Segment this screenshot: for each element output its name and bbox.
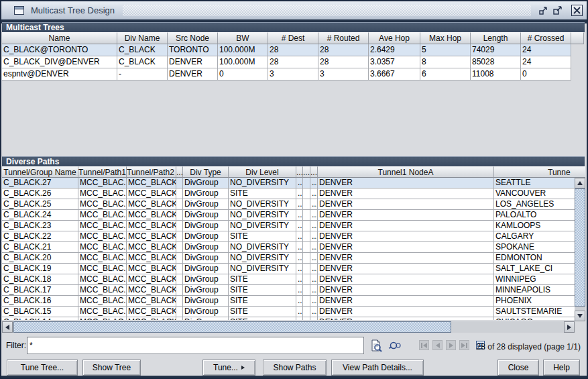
cell: DivGroup: [183, 242, 229, 253]
cell: NO_DIVERSITY: [229, 210, 296, 221]
cell: NO_DIVERSITY: [229, 178, 296, 188]
table-row[interactable]: C_BLACK_DIV@DENVERC_BLACKDENVER100.000M2…: [2, 56, 584, 68]
cell: 100.000M: [218, 44, 268, 56]
cell: MCC_BLACK...: [127, 231, 176, 242]
cell: MINNEAPOLIS: [494, 285, 575, 296]
view-path-details-button[interactable]: View Path Details...: [331, 360, 424, 376]
cell: DENVER: [318, 274, 494, 285]
cell: MCC_BLAC...: [78, 253, 127, 264]
table-row[interactable]: C_BLACK.24MCC_BLAC...MCC_BLACK...DivGrou…: [2, 210, 575, 221]
cell: DivGroup: [183, 253, 229, 264]
vertical-scrollbar[interactable]: [575, 178, 585, 321]
column-header[interactable]: Max Hop: [420, 32, 471, 44]
cell: -: [117, 68, 168, 80]
magnifier-icon[interactable]: [388, 339, 401, 353]
column-header[interactable]: Tunnel/Path2 ...: [127, 166, 176, 178]
cell: 3: [318, 68, 369, 80]
column-header[interactable]: # Routed: [318, 32, 369, 44]
cell: MCC_BLAC...: [78, 296, 127, 307]
column-header[interactable]: Tunne: [494, 166, 575, 178]
column-header[interactable]: ...: [303, 166, 310, 178]
column-header[interactable]: Tunnel/Group Name: [2, 166, 78, 178]
column-header[interactable]: Tunnel1 NodeA: [318, 166, 494, 178]
minimize-icon[interactable]: [538, 5, 549, 16]
previous-page-icon[interactable]: [432, 340, 443, 350]
table-row[interactable]: C_BLACK.17MCC_BLAC...MCC_BLACK...DivGrou…: [2, 285, 575, 296]
cell: 0: [521, 68, 571, 80]
cell: MCC_BLACK...: [127, 264, 176, 274]
diverse-paths-header-row: Tunnel/Group NameTunnel/Path1...Tunnel/P…: [2, 166, 575, 178]
table-row[interactable]: C_BLACK.14MCC_BLAC...MCC_BLACK...DivGrou…: [2, 317, 575, 320]
cell: ...: [296, 188, 303, 199]
column-header[interactable]: # Dest: [268, 32, 318, 44]
close-button[interactable]: Close: [497, 360, 539, 376]
cell: [176, 296, 183, 307]
tune-tree-button[interactable]: Tune Tree...: [7, 360, 78, 376]
column-header[interactable]: # Crossed: [521, 32, 571, 44]
scroll-right-icon[interactable]: [564, 321, 575, 333]
column-header[interactable]: Div Type: [183, 166, 229, 178]
table-row[interactable]: C_BLACK.15MCC_BLAC...MCC_BLACK...DivGrou…: [2, 307, 575, 317]
horizontal-scrollbar[interactable]: [2, 321, 575, 333]
cell: [176, 307, 183, 317]
maximize-icon[interactable]: [552, 5, 563, 16]
show-paths-button[interactable]: Show Paths: [263, 360, 327, 376]
cell: 28: [268, 44, 318, 56]
table-row[interactable]: C_BLACK.18MCC_BLAC...MCC_BLACK...DivGrou…: [2, 274, 575, 285]
show-tree-button[interactable]: Show Tree: [82, 360, 141, 376]
table-row[interactable]: C_BLACK.25MCC_BLAC...MCC_BLACK...DivGrou…: [2, 199, 575, 210]
column-header[interactable]: ...: [310, 166, 318, 178]
filter-input[interactable]: [27, 337, 364, 354]
multicast-trees-title: Multicast Trees: [6, 23, 64, 32]
cell: ...: [296, 296, 303, 307]
table-row[interactable]: C_BLACK.16MCC_BLAC...MCC_BLACK...DivGrou…: [2, 296, 575, 307]
column-header[interactable]: Tunnel/Path1...: [78, 166, 127, 178]
cell: EDMONTON: [494, 253, 575, 264]
cell: NO_DIVERSITY: [229, 221, 296, 231]
cell: C_BLACK_DIV@DENVER: [2, 56, 117, 68]
column-header[interactable]: Name: [2, 32, 117, 44]
column-header[interactable]: ...: [296, 166, 303, 178]
column-header[interactable]: Ave Hop: [369, 32, 420, 44]
cell: C_BLACK.27: [2, 178, 78, 188]
cell: 3.6667: [369, 68, 420, 80]
title-bar[interactable]: Multicast Tree Design: [1, 1, 587, 19]
cell: [176, 231, 183, 242]
close-icon[interactable]: [571, 5, 583, 16]
cell: 28: [318, 44, 369, 56]
tune-menu-button[interactable]: Tune...: [202, 360, 255, 376]
table-row[interactable]: C_BLACK.22MCC_BLAC...MCC_BLACK...DivGrou…: [2, 231, 575, 242]
column-header[interactable]: Div Level: [229, 166, 296, 178]
table-row[interactable]: C_BLACK.21MCC_BLAC...MCC_BLACK...DivGrou…: [2, 242, 575, 253]
table-row[interactable]: C_BLACK.27MCC_BLAC...MCC_BLACK...DivGrou…: [2, 178, 575, 188]
column-header[interactable]: Div Name: [117, 32, 168, 44]
cell: ...: [296, 253, 303, 264]
column-header[interactable]: ...: [176, 166, 183, 178]
multicast-trees-header-row: NameDiv NameSrc NodeBW# Dest# RoutedAve …: [2, 32, 584, 44]
column-header[interactable]: Length: [471, 32, 521, 44]
table-row[interactable]: C_BLACK.20MCC_BLAC...MCC_BLACK...DivGrou…: [2, 253, 575, 264]
cell: NO_DIVERSITY: [229, 242, 296, 253]
vertical-scrollbar-thumb[interactable]: [575, 188, 585, 307]
table-row[interactable]: C_BLACK.19MCC_BLAC...MCC_BLACK...DivGrou…: [2, 264, 575, 274]
cell: ...: [296, 264, 303, 274]
scroll-left-icon[interactable]: [2, 321, 13, 333]
help-button[interactable]: Help: [543, 360, 580, 376]
scroll-up-icon[interactable]: [575, 178, 585, 188]
cell: MCC_BLAC...: [78, 231, 127, 242]
column-header[interactable]: Src Node: [168, 32, 218, 44]
table-row[interactable]: espntv@DENVER-DENVER0333.66676110080: [2, 68, 584, 80]
scroll-down-icon[interactable]: [575, 311, 585, 321]
next-page-icon[interactable]: [446, 340, 456, 350]
cell: ...: [296, 274, 303, 285]
horizontal-scrollbar-thumb[interactable]: [13, 321, 451, 333]
table-row[interactable]: C_BLACK@TORONTOC_BLACKTORONTO100.000M282…: [2, 44, 584, 56]
last-page-icon[interactable]: [459, 340, 469, 350]
column-header[interactable]: BW: [218, 32, 268, 44]
cell: MCC_BLACK...: [127, 317, 176, 320]
cell: 24: [521, 44, 571, 56]
table-row[interactable]: C_BLACK.26MCC_BLAC...MCC_BLACK...DivGrou…: [2, 188, 575, 199]
first-page-icon[interactable]: [419, 340, 429, 350]
search-document-icon[interactable]: [369, 339, 383, 353]
table-row[interactable]: C_BLACK.23MCC_BLAC...MCC_BLACK...DivGrou…: [2, 221, 575, 231]
